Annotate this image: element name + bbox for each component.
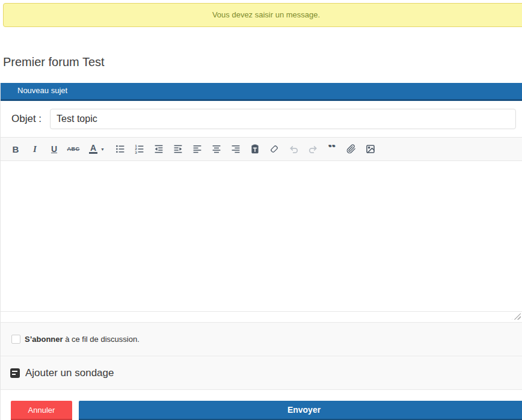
underline-icon[interactable]: U xyxy=(45,138,64,160)
subscribe-label: S’abonner à ce fil de discussion. xyxy=(25,335,140,344)
add-poll-toggle[interactable]: Ajouter un sondage xyxy=(1,356,522,390)
bullet-list-icon[interactable] xyxy=(111,138,130,160)
strikethrough-icon[interactable]: abc xyxy=(64,138,83,160)
page-title: Premier forum Test xyxy=(3,55,522,68)
link-icon[interactable] xyxy=(342,138,361,160)
remove-format-icon[interactable] xyxy=(265,138,284,160)
subscribe-row: S’abonner à ce fil de discussion. xyxy=(1,323,522,356)
bold-icon[interactable]: B xyxy=(6,138,25,160)
subject-input[interactable] xyxy=(50,109,516,129)
align-center-icon[interactable] xyxy=(207,138,226,160)
poll-icon xyxy=(10,368,20,378)
cancel-button[interactable]: Annuler xyxy=(11,401,72,420)
message-editor[interactable] xyxy=(1,161,522,312)
image-icon[interactable] xyxy=(361,138,380,160)
subscribe-checkbox[interactable] xyxy=(11,335,20,344)
alert-message: Vous devez saisir un message. xyxy=(212,10,320,19)
text-color-icon[interactable]: A ▼ xyxy=(83,138,111,160)
subject-row: Objet : xyxy=(1,101,522,137)
formatting-toolbar: B I U abc A ▼ 1 2 3 xyxy=(1,137,522,161)
resize-handle[interactable] xyxy=(512,313,521,320)
svg-text:3: 3 xyxy=(135,151,137,154)
italic-icon[interactable]: I xyxy=(25,138,45,160)
align-left-icon[interactable] xyxy=(188,138,207,160)
alert-warning: Vous devez saisir un message. xyxy=(3,3,522,27)
new-topic-composer: Nouveau sujet Objet : B I U abc A ▼ 1 2 … xyxy=(0,83,522,420)
subject-label: Objet : xyxy=(11,113,41,125)
editor-footer-strip xyxy=(1,312,522,323)
chevron-down-icon: ▼ xyxy=(100,147,105,151)
composer-header-title: Nouveau sujet xyxy=(17,86,67,95)
outdent-icon[interactable] xyxy=(149,138,168,160)
redo-icon[interactable] xyxy=(303,138,322,160)
numbered-list-icon[interactable]: 1 2 3 xyxy=(130,138,149,160)
composer-header: Nouveau sujet xyxy=(1,83,522,101)
quote-icon[interactable]: “ xyxy=(322,138,342,160)
align-right-icon[interactable] xyxy=(226,138,245,160)
indent-icon[interactable] xyxy=(168,138,188,160)
submit-button[interactable]: Envoyer xyxy=(79,401,522,420)
paste-icon[interactable] xyxy=(245,138,265,160)
actions-row: Annuler Envoyer xyxy=(1,401,522,420)
add-poll-label: Ajouter un sondage xyxy=(25,367,114,379)
undo-icon[interactable] xyxy=(284,138,303,160)
